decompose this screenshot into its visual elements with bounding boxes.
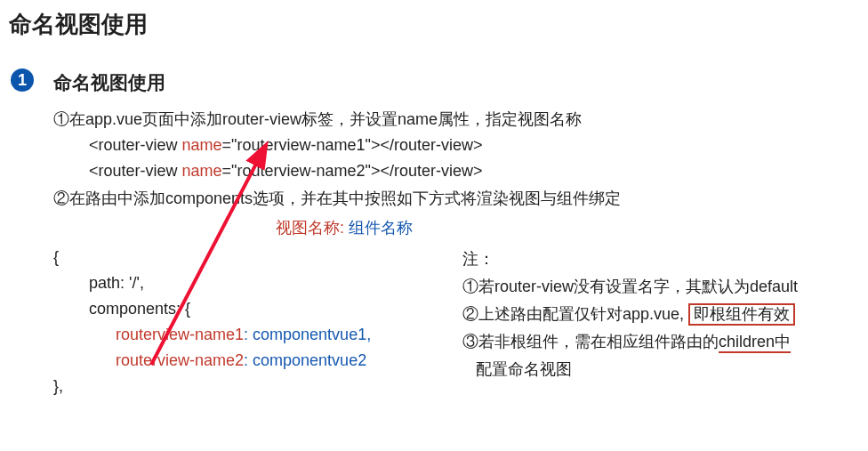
notes-title: 注： [462,247,868,271]
note-1: ①若router-view没有设置名字，其默认为default [462,275,868,299]
note-4: 配置命名视图 [462,358,868,382]
rv1-val: ="routerview-name1"> [222,136,381,154]
rv1-open: <router-view [89,136,182,154]
notes-wrap: { path: '/', components: { routerview-na… [53,244,868,400]
page-title: 命名视图使用 [0,0,868,42]
code-kv2: routerview-name2: componentvue2 [53,349,427,373]
code-l3: components: { [53,297,427,321]
router-view-line-1: <router-view name="routerview-name1"></r… [53,133,868,157]
code-l4: }, [53,374,427,399]
rv1-attr: name [182,136,222,154]
note-2: ②上述路由配置仅针对app.vue, 即根组件有效 [462,302,868,326]
rv2-open: <router-view [89,162,182,180]
step1-intro: ①在app.vue页面中添加router-view标签，并设置name属性，指定… [53,108,868,132]
step2-intro: ②在路由中添加components选项，并在其中按照如下方式将渲染视图与组件绑定 [53,187,868,211]
section-title: 命名视图使用 [53,68,868,97]
hint-view-name: 视图名称: [276,219,344,237]
code-block: { path: '/', components: { routerview-na… [53,244,427,400]
code-kv1: routerview-name1: componentvue1, [53,323,427,347]
hint-comp-name: 组件名称 [344,219,413,237]
code-l2: path: '/', [53,271,427,295]
rv2-attr: name [182,162,222,180]
code-v1: : componentvue1, [244,326,371,343]
notes-block: 注： ①若router-view没有设置名字，其默认为default ②上述路由… [462,244,868,385]
router-view-line-2: <router-view name="routerview-name2"></r… [53,159,868,183]
code-v2: : componentvue2 [244,351,366,369]
note-3-pre: ③若非根组件，需在相应组件路由的 [462,333,719,350]
note-3: ③若非根组件，需在相应组件路由的children中 [462,330,868,354]
code-l1: { [53,246,427,270]
section-1: 1 命名视图使用 ①在app.vue页面中添加router-view标签，并设置… [0,68,868,400]
rv1-close: </router-view> [380,136,482,154]
note-2-box: 即根组件有效 [688,303,795,326]
code-k2: routerview-name2 [116,351,244,369]
note-3-underline: children中 [719,333,791,353]
note-2-pre: ②上述路由配置仅针对app.vue, [462,305,684,323]
rv2-close: </router-view> [380,162,482,180]
code-k1: routerview-name1 [116,326,244,343]
section-bullet: 1 [11,68,34,92]
hint-line: 视图名称: 组件名称 [53,216,868,240]
rv2-val: ="routerview-name2"> [222,162,381,180]
